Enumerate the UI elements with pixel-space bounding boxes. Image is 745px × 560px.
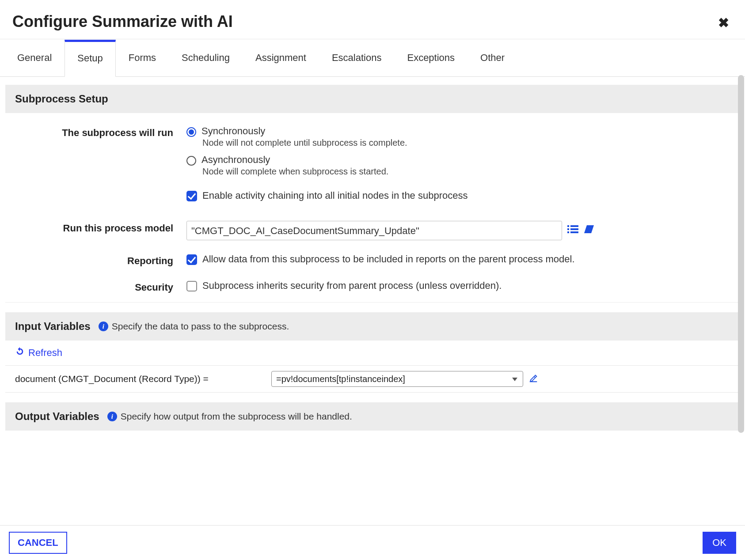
radio-sync-sub: Node will not complete until subprocess … [202, 138, 407, 148]
process-model-input[interactable]: "CMGT_DOC_AI_CaseDocumentSummary_Update" [186, 221, 562, 240]
checkbox-chaining [186, 191, 197, 201]
tab-other[interactable]: Other [468, 39, 517, 76]
input-variables-desc: Specify the data to pass to the subproce… [112, 321, 289, 332]
tab-assignment[interactable]: Assignment [243, 39, 319, 76]
clear-erase-icon[interactable] [583, 224, 595, 237]
tab-setup[interactable]: Setup [65, 40, 116, 77]
output-variables-header: Output Variables i Specify how output fr… [5, 402, 740, 431]
svg-rect-1 [567, 228, 569, 230]
reporting-label: Reporting [5, 254, 186, 267]
ok-button[interactable]: OK [703, 532, 736, 554]
tab-general[interactable]: General [4, 39, 65, 76]
svg-rect-4 [570, 228, 578, 230]
info-icon: i [99, 322, 108, 331]
tabs-bar: General Setup Forms Scheduling Assignmen… [4, 39, 745, 76]
tab-forms[interactable]: Forms [116, 39, 169, 76]
checkbox-chaining-row[interactable]: Enable activity chaining into all initia… [186, 190, 740, 201]
input-variable-value: =pv!documents[tp!instanceindex] [276, 374, 405, 384]
output-variables-desc: Specify how output from the subprocess w… [121, 411, 352, 422]
radio-async-sub: Node will complete when subprocess is st… [202, 166, 388, 177]
close-icon[interactable]: ✖ [718, 12, 732, 30]
info-icon: i [107, 412, 117, 421]
run-mode-label: The subprocess will run [5, 125, 186, 139]
security-label: Security [5, 280, 186, 293]
input-variable-select[interactable]: =pv!documents[tp!instanceindex] [271, 371, 523, 387]
input-variable-row: document (CMGT_Document (Record Type)) =… [5, 365, 740, 393]
input-variable-label: document (CMGT_Document (Record Type)) = [15, 374, 271, 384]
dialog-title: Configure Summarize with AI [12, 12, 233, 31]
input-variables-header: Input Variables i Specify the data to pa… [5, 312, 740, 341]
checkbox-reporting-row[interactable]: Allow data from this subprocess to be in… [186, 254, 740, 265]
radio-async-label: Asynchronously [201, 154, 388, 166]
input-variables-title: Input Variables [15, 320, 91, 333]
checkbox-security [186, 281, 197, 291]
subprocess-setup-heading: Subprocess Setup [5, 85, 740, 113]
radio-sync-indicator [186, 127, 196, 137]
checkbox-reporting [186, 254, 197, 265]
refresh-label: Refresh [28, 347, 62, 359]
radio-async[interactable]: Asynchronously Node will complete when s… [186, 154, 740, 177]
svg-rect-3 [570, 225, 578, 227]
process-model-label: Run this process model [5, 221, 186, 234]
refresh-link[interactable]: Refresh [15, 347, 62, 359]
tab-escalations[interactable]: Escalations [319, 39, 395, 76]
browse-list-icon[interactable] [567, 224, 579, 237]
svg-rect-5 [570, 231, 578, 233]
checkbox-security-row[interactable]: Subprocess inherits security from parent… [186, 280, 740, 291]
checkbox-chaining-label: Enable activity chaining into all initia… [202, 190, 468, 201]
cancel-button[interactable]: CANCEL [9, 532, 67, 554]
checkbox-security-label: Subprocess inherits security from parent… [202, 280, 502, 291]
radio-async-indicator [186, 156, 196, 166]
radio-sync-label: Synchronously [201, 125, 407, 137]
scrollbar[interactable] [738, 75, 744, 433]
refresh-icon [15, 347, 25, 359]
tab-exceptions[interactable]: Exceptions [394, 39, 468, 76]
edit-expression-icon[interactable] [528, 373, 538, 385]
output-variables-title: Output Variables [15, 410, 99, 423]
radio-sync[interactable]: Synchronously Node will not complete unt… [186, 125, 740, 148]
svg-rect-2 [567, 231, 569, 233]
svg-rect-0 [567, 225, 569, 227]
checkbox-reporting-label: Allow data from this subprocess to be in… [202, 254, 575, 265]
tab-scheduling[interactable]: Scheduling [169, 39, 243, 76]
